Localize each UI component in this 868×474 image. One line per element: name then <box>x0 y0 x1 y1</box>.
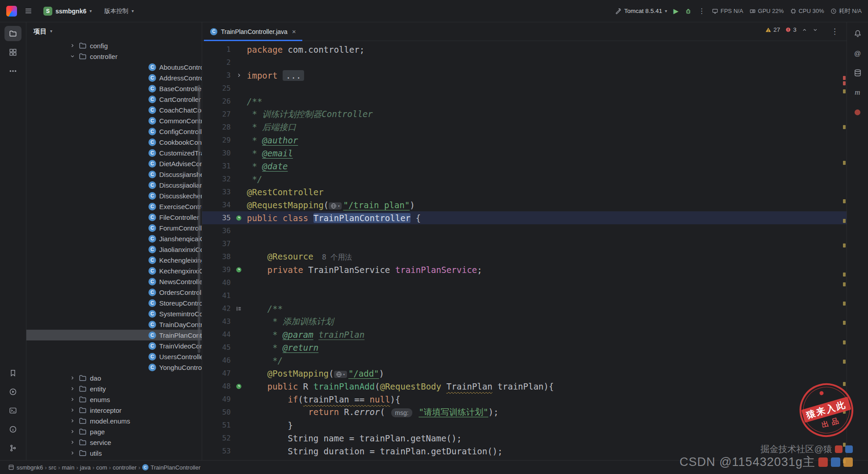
code-line-39[interactable]: 39 private TrainPlanService trainPlanSer… <box>202 263 847 276</box>
code-line-31[interactable]: 31 * @date <box>202 159 847 172</box>
code-line-41[interactable]: 41 <box>202 289 847 302</box>
tree-item-JiaolianxinxiController[interactable]: CJiaolianxinxiController <box>26 244 202 255</box>
debug-button[interactable] <box>685 8 692 15</box>
code-line-34[interactable]: 34@RequestMapping(▾"/train_plan") <box>202 198 847 211</box>
breadcrumb-ssmbgnk6[interactable]: ssmbgnk6 <box>6 464 45 471</box>
code-line-27[interactable]: 27 * 训练计划控制器Controller <box>202 108 847 121</box>
tree-item-KechengxinxiController[interactable]: CKechengxinxiController <box>26 265 202 276</box>
tree-item-entity[interactable]: entity <box>26 383 202 394</box>
tree-item-DiscusskechengxinxiController[interactable]: CDiscusskechengxinxiController <box>26 190 202 201</box>
code-line-52[interactable]: 52 String name = trainPlan.getName(); <box>202 432 847 445</box>
tree-item-KechengleixingController[interactable]: CKechengleixingController <box>26 255 202 265</box>
breadcrumb-main[interactable]: main <box>60 464 76 471</box>
run-button[interactable]: ▶ <box>673 8 679 14</box>
code-line-25[interactable]: 25 <box>202 82 847 95</box>
chevron-right-icon[interactable] <box>69 43 76 48</box>
close-icon[interactable]: × <box>292 28 296 35</box>
breadcrumb-src[interactable]: src <box>47 464 58 471</box>
tree-item-interceptor[interactable]: interceptor <box>26 405 202 415</box>
chevron-right-icon[interactable] <box>69 375 76 381</box>
code-line-37[interactable]: 37 <box>202 237 847 250</box>
code-line-36[interactable]: 36 <box>202 224 847 237</box>
code-line-46[interactable]: 46 */ <box>202 354 847 367</box>
chevron-right-icon[interactable] <box>69 418 76 424</box>
spring-bean-icon[interactable] <box>231 383 247 390</box>
tree-item-CoachChatController[interactable]: CCoachChatController <box>26 105 202 115</box>
endpoint-globe-icon[interactable]: ▾ <box>329 202 342 210</box>
tree-item-AddressController[interactable]: CAddressController <box>26 72 202 83</box>
tree-item-TrainDayController[interactable]: CTrainDayController <box>26 319 202 330</box>
code-line-28[interactable]: 28 * 后端接口 <box>202 121 847 134</box>
code-line-35[interactable]: 35public class TrainPlanController { <box>202 211 847 224</box>
warnings-badge[interactable]: 27 <box>765 26 780 33</box>
inspections-widget[interactable]: 27 3 <box>765 26 818 33</box>
code-line-49[interactable]: 49 if(trainPlan == null){ <box>202 393 847 406</box>
code-line-2[interactable]: 2 <box>202 56 847 69</box>
tree-item-CustomizedTrainPlanController[interactable]: CCustomizedTrainPlanController <box>26 147 202 158</box>
tree-item-BaseController[interactable]: CBaseController <box>26 83 202 94</box>
more-icon[interactable] <box>4 63 21 79</box>
tree-item-dao[interactable]: dao <box>26 373 202 383</box>
structure-icon[interactable] <box>4 45 21 60</box>
code-line-48[interactable]: 48 public R trainPlanAdd(@RequestBody Tr… <box>202 380 847 393</box>
spring-bean-icon[interactable] <box>231 215 247 221</box>
bookmark-icon[interactable] <box>4 365 21 381</box>
bell-icon[interactable] <box>849 26 866 41</box>
tree-item-enums[interactable]: enums <box>26 394 202 405</box>
code-line-50[interactable]: 50 return R.error( msg: "请填写训练计划"); <box>202 406 847 419</box>
tree-item-JianshenqicaiController[interactable]: CJianshenqicaiController <box>26 233 202 244</box>
tab-trainplancontroller[interactable]: C TrainPlanController.java × <box>204 22 302 41</box>
tree-item-TrainPlanController[interactable]: CTrainPlanController <box>26 330 202 340</box>
project-panel-header[interactable]: 项目 ▾ <box>26 22 202 40</box>
chevron-right-icon[interactable] <box>69 429 76 434</box>
spring-bean-icon[interactable] <box>231 267 247 273</box>
tree-item-config[interactable]: config <box>26 40 202 51</box>
code-line-29[interactable]: 29 * @author <box>202 134 847 147</box>
chevron-right-icon[interactable] <box>69 440 76 445</box>
breadcrumb-controller[interactable]: controller <box>111 464 138 471</box>
tree-item-AboutusController[interactable]: CAboutusController <box>26 62 202 72</box>
errors-badge[interactable]: 3 <box>785 26 796 33</box>
code-line-40[interactable]: 40 <box>202 276 847 289</box>
database-icon[interactable] <box>849 65 866 80</box>
code-editor[interactable]: 1package com.controller;23import ...2526… <box>202 41 847 460</box>
code-line-38[interactable]: 38 @Resource 8 个用法 <box>202 250 847 263</box>
terminal-icon[interactable] <box>4 403 21 418</box>
tree-item-ForumController[interactable]: CForumController <box>26 222 202 233</box>
code-line-51[interactable]: 51 } <box>202 419 847 432</box>
maven-icon[interactable]: m <box>849 85 866 100</box>
tree-item-ConfigController[interactable]: CConfigController <box>26 126 202 137</box>
tree-item-page[interactable]: page <box>26 426 202 437</box>
chevron-down-icon[interactable] <box>69 54 76 59</box>
tree-item-UsersController[interactable]: CUsersController <box>26 351 202 362</box>
vcs-branch-icon[interactable] <box>4 440 21 456</box>
related-items-icon[interactable] <box>231 306 247 312</box>
tree-item-utils[interactable]: utils <box>26 448 202 458</box>
run-config-selector[interactable]: Tomcat 8.5.41 ▾ <box>615 8 667 14</box>
code-line-45[interactable]: 45 * @return <box>202 341 847 354</box>
services-icon[interactable] <box>4 384 21 399</box>
chevron-right-icon[interactable] <box>69 407 76 413</box>
prev-problem-icon[interactable] <box>802 27 807 33</box>
main-menu-button[interactable] <box>21 4 35 18</box>
code-line-3[interactable]: 3import ... <box>202 69 847 82</box>
code-line-44[interactable]: 44 * @param trainPlan <box>202 328 847 341</box>
tree-item-controller[interactable]: controller <box>26 51 202 62</box>
next-problem-icon[interactable] <box>813 27 818 33</box>
endpoint-globe-icon[interactable]: ▾ <box>334 371 347 378</box>
code-line-33[interactable]: 33@RestController <box>202 185 847 198</box>
tree-item-OrdersController[interactable]: COrdersController <box>26 287 202 298</box>
tree-item-model.enums[interactable]: model.enums <box>26 415 202 426</box>
tree-item-SystemintroController[interactable]: CSystemintroController <box>26 308 202 319</box>
project-folder-icon[interactable] <box>4 26 21 41</box>
tree-item-ExerciseController[interactable]: CExerciseController <box>26 201 202 212</box>
tree-item-NewsController[interactable]: CNewsController <box>26 276 202 287</box>
more-actions-icon[interactable]: ⋮ <box>698 7 706 15</box>
tree-item-CartController[interactable]: CCartController <box>26 94 202 105</box>
tree-item-TrainVideoController[interactable]: CTrainVideoController <box>26 340 202 351</box>
tree-item-FileController[interactable]: CFileController <box>26 212 202 222</box>
code-line-42[interactable]: 42 /** <box>202 302 847 315</box>
tree-item-DiscussjiaolianxinxiController[interactable]: CDiscussjiaolianxinxiController <box>26 180 202 190</box>
breadcrumb-TrainPlanController[interactable]: CTrainPlanController <box>140 464 203 471</box>
vcs-widget[interactable]: 版本控制 ▾ <box>100 5 138 17</box>
